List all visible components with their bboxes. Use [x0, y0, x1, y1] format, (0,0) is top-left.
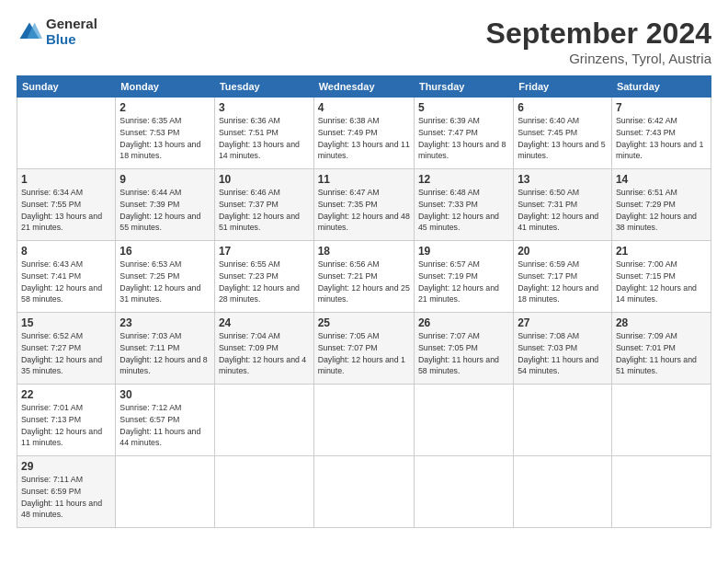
- calendar-cell: 17 Sunrise: 6:55 AMSunset: 7:23 PMDaylig…: [214, 241, 313, 313]
- calendar-week-row: 8 Sunrise: 6:43 AMSunset: 7:41 PMDayligh…: [17, 241, 711, 313]
- calendar-cell: 6 Sunrise: 6:40 AMSunset: 7:45 PMDayligh…: [514, 98, 612, 169]
- day-number: 5: [418, 101, 509, 114]
- day-number: 17: [219, 245, 310, 258]
- calendar-cell: [514, 456, 612, 528]
- day-info: Sunrise: 7:01 AMSunset: 7:13 PMDaylight:…: [21, 402, 111, 449]
- calendar-cell: 2 Sunrise: 6:35 AMSunset: 7:53 PMDayligh…: [116, 98, 215, 169]
- day-info: Sunrise: 6:50 AMSunset: 7:31 PMDaylight:…: [518, 187, 608, 234]
- day-number: 15: [21, 316, 111, 329]
- day-number: 8: [21, 245, 111, 258]
- calendar-cell: 1 Sunrise: 6:34 AMSunset: 7:55 PMDayligh…: [17, 169, 116, 241]
- day-info: Sunrise: 6:59 AMSunset: 7:17 PMDaylight:…: [518, 259, 608, 305]
- calendar-cell: 27 Sunrise: 7:08 AMSunset: 7:03 PMDaylig…: [514, 313, 612, 385]
- day-number: 27: [518, 316, 608, 329]
- day-number: 6: [518, 101, 608, 114]
- day-number: 13: [518, 173, 608, 186]
- calendar-cell: [214, 456, 313, 528]
- calendar-cell: [414, 456, 513, 528]
- logo-general: General: [46, 17, 97, 32]
- calendar-cell: [611, 385, 711, 456]
- col-sunday: Sunday: [17, 76, 116, 98]
- calendar-week-row: 22 Sunrise: 7:01 AMSunset: 7:13 PMDaylig…: [17, 385, 711, 456]
- calendar-cell: 4 Sunrise: 6:38 AMSunset: 7:49 PMDayligh…: [313, 98, 414, 169]
- calendar-cell: [17, 98, 116, 169]
- header: General Blue September 2024 Grinzens, Ty…: [17, 17, 711, 66]
- day-number: 28: [616, 316, 707, 329]
- day-number: 20: [518, 245, 608, 258]
- day-info: Sunrise: 6:40 AMSunset: 7:45 PMDaylight:…: [518, 115, 608, 162]
- calendar: Sunday Monday Tuesday Wednesday Thursday…: [17, 75, 711, 528]
- day-number: 12: [418, 173, 509, 186]
- day-info: Sunrise: 6:53 AMSunset: 7:25 PMDaylight:…: [119, 259, 210, 305]
- calendar-cell: 9 Sunrise: 6:44 AMSunset: 7:39 PMDayligh…: [116, 169, 215, 241]
- calendar-cell: 13 Sunrise: 6:50 AMSunset: 7:31 PMDaylig…: [514, 169, 612, 241]
- title-section: September 2024 Grinzens, Tyrol, Austria: [486, 17, 711, 66]
- day-info: Sunrise: 6:43 AMSunset: 7:41 PMDaylight:…: [21, 259, 111, 305]
- calendar-cell: 26 Sunrise: 7:07 AMSunset: 7:05 PMDaylig…: [414, 313, 513, 385]
- calendar-cell: 12 Sunrise: 6:48 AMSunset: 7:33 PMDaylig…: [414, 169, 513, 241]
- col-saturday: Saturday: [611, 76, 711, 98]
- day-info: Sunrise: 6:34 AMSunset: 7:55 PMDaylight:…: [21, 187, 111, 234]
- logo: General Blue: [17, 17, 97, 47]
- day-number: 10: [219, 173, 310, 186]
- calendar-cell: 19 Sunrise: 6:57 AMSunset: 7:19 PMDaylig…: [414, 241, 513, 313]
- calendar-cell: 7 Sunrise: 6:42 AMSunset: 7:43 PMDayligh…: [611, 98, 711, 169]
- day-number: 18: [318, 245, 410, 258]
- logo-icon: [17, 19, 42, 45]
- calendar-cell: 21 Sunrise: 7:00 AMSunset: 7:15 PMDaylig…: [611, 241, 711, 313]
- logo-blue: Blue: [46, 32, 97, 48]
- col-tuesday: Tuesday: [214, 76, 313, 98]
- col-wednesday: Wednesday: [313, 76, 414, 98]
- day-info: Sunrise: 6:44 AMSunset: 7:39 PMDaylight:…: [119, 187, 210, 234]
- calendar-cell: 25 Sunrise: 7:05 AMSunset: 7:07 PMDaylig…: [313, 313, 414, 385]
- day-info: Sunrise: 7:00 AMSunset: 7:15 PMDaylight:…: [616, 259, 707, 305]
- calendar-cell: [214, 385, 313, 456]
- day-info: Sunrise: 6:51 AMSunset: 7:29 PMDaylight:…: [616, 187, 707, 234]
- calendar-week-row: 29 Sunrise: 7:11 AMSunset: 6:59 PMDaylig…: [17, 456, 711, 528]
- day-number: 30: [119, 388, 210, 401]
- day-info: Sunrise: 6:42 AMSunset: 7:43 PMDaylight:…: [616, 115, 707, 162]
- location-title: Grinzens, Tyrol, Austria: [486, 51, 711, 66]
- calendar-cell: 14 Sunrise: 6:51 AMSunset: 7:29 PMDaylig…: [611, 169, 711, 241]
- day-info: Sunrise: 7:03 AMSunset: 7:11 PMDaylight:…: [119, 330, 210, 377]
- day-number: 25: [318, 316, 410, 329]
- day-info: Sunrise: 7:08 AMSunset: 7:03 PMDaylight:…: [518, 330, 608, 377]
- day-info: Sunrise: 7:04 AMSunset: 7:09 PMDaylight:…: [219, 330, 310, 377]
- calendar-cell: [611, 456, 711, 528]
- day-number: 2: [119, 101, 210, 114]
- calendar-header-row: Sunday Monday Tuesday Wednesday Thursday…: [17, 76, 711, 98]
- day-number: 23: [119, 316, 210, 329]
- day-info: Sunrise: 7:07 AMSunset: 7:05 PMDaylight:…: [418, 330, 509, 377]
- calendar-cell: 29 Sunrise: 7:11 AMSunset: 6:59 PMDaylig…: [17, 456, 116, 528]
- calendar-cell: 22 Sunrise: 7:01 AMSunset: 7:13 PMDaylig…: [17, 385, 116, 456]
- day-info: Sunrise: 6:48 AMSunset: 7:33 PMDaylight:…: [418, 187, 509, 234]
- col-friday: Friday: [514, 76, 612, 98]
- calendar-cell: 3 Sunrise: 6:36 AMSunset: 7:51 PMDayligh…: [214, 98, 313, 169]
- logo-text: General Blue: [46, 17, 97, 47]
- col-monday: Monday: [116, 76, 215, 98]
- calendar-cell: 8 Sunrise: 6:43 AMSunset: 7:41 PMDayligh…: [17, 241, 116, 313]
- calendar-cell: 28 Sunrise: 7:09 AMSunset: 7:01 PMDaylig…: [611, 313, 711, 385]
- calendar-cell: [116, 456, 215, 528]
- calendar-cell: [514, 385, 612, 456]
- calendar-cell: 24 Sunrise: 7:04 AMSunset: 7:09 PMDaylig…: [214, 313, 313, 385]
- day-number: 4: [318, 101, 410, 114]
- calendar-cell: 18 Sunrise: 6:56 AMSunset: 7:21 PMDaylig…: [313, 241, 414, 313]
- day-number: 26: [418, 316, 509, 329]
- day-number: 9: [119, 173, 210, 186]
- day-number: 11: [318, 173, 410, 186]
- day-info: Sunrise: 7:12 AMSunset: 6:57 PMDaylight:…: [119, 402, 210, 449]
- calendar-cell: 20 Sunrise: 6:59 AMSunset: 7:17 PMDaylig…: [514, 241, 612, 313]
- day-number: 21: [616, 245, 707, 258]
- col-thursday: Thursday: [414, 76, 513, 98]
- calendar-cell: 5 Sunrise: 6:39 AMSunset: 7:47 PMDayligh…: [414, 98, 513, 169]
- day-info: Sunrise: 6:35 AMSunset: 7:53 PMDaylight:…: [119, 115, 210, 162]
- day-info: Sunrise: 6:57 AMSunset: 7:19 PMDaylight:…: [418, 259, 509, 305]
- day-number: 7: [616, 101, 707, 114]
- calendar-week-row: 15 Sunrise: 6:52 AMSunset: 7:27 PMDaylig…: [17, 313, 711, 385]
- page: General Blue September 2024 Grinzens, Ty…: [0, 0, 728, 563]
- day-number: 1: [21, 173, 111, 186]
- day-info: Sunrise: 6:36 AMSunset: 7:51 PMDaylight:…: [219, 115, 310, 162]
- day-number: 22: [21, 388, 111, 401]
- day-info: Sunrise: 7:09 AMSunset: 7:01 PMDaylight:…: [616, 330, 707, 377]
